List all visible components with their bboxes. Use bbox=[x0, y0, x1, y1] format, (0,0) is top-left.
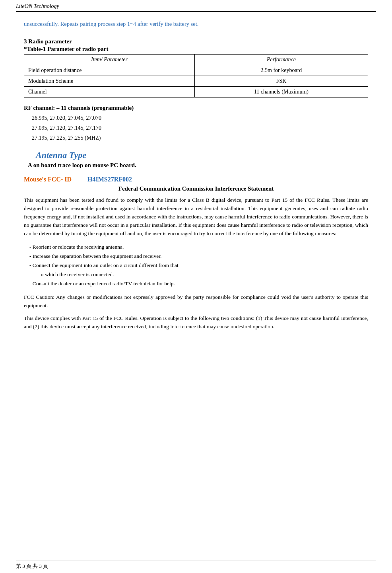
antenna-title: Antenna Type bbox=[24, 150, 368, 160]
fcc-list-item-0: - Reorient or relocate the receiving ant… bbox=[29, 243, 368, 252]
table-header-item: Item/ Parameter bbox=[24, 54, 195, 65]
table-row: Channel 11 channels (Maximum) bbox=[24, 86, 368, 97]
rf-section: RF channel: – 11 channels (programmable)… bbox=[24, 105, 368, 143]
table-cell-perf-0: 2.5m for keyboard bbox=[194, 65, 368, 76]
mouse-fcc-row: Mouse's FCC- ID H4IMS27RF002 bbox=[24, 176, 368, 183]
table-row: Modulation Scheme FSK bbox=[24, 76, 368, 86]
rf-freq-line-0: 26.995, 27.020, 27.045, 27.070 bbox=[32, 113, 368, 123]
fcc-list-item-4: - Consult the dealer or an experienced r… bbox=[29, 279, 368, 288]
table-cell-item-1: Modulation Scheme bbox=[24, 76, 195, 86]
rf-freq-line-1: 27.095, 27.120, 27.145, 27.170 bbox=[32, 123, 368, 133]
table-title: *Table-1 Parameter of radio part bbox=[24, 46, 368, 53]
main-content: unsuccessfully. Repeats pairing process … bbox=[0, 12, 392, 344]
antenna-description: A on board trace loop on mouse PC board. bbox=[24, 162, 368, 169]
fcc-body-1: This equipment has been tested and found… bbox=[24, 196, 368, 238]
footer-text: 第 3 頁 共 3 頁 bbox=[0, 561, 392, 573]
mouse-fcc-label: Mouse's FCC- ID bbox=[24, 176, 72, 183]
fcc-list-item-3: to which the receiver is connected. bbox=[39, 270, 368, 279]
fcc-list-item-2: - Connect the equipment into an outlet o… bbox=[29, 261, 368, 270]
table-cell-perf-1: FSK bbox=[194, 76, 368, 86]
fcc-body-2: FCC Caution: Any changes or modification… bbox=[24, 293, 368, 310]
rf-frequencies: 26.995, 27.020, 27.045, 27.070 27.095, 2… bbox=[24, 113, 368, 143]
table-cell-item-2: Channel bbox=[24, 86, 195, 97]
fcc-list: - Reorient or relocate the receiving ant… bbox=[24, 243, 368, 288]
company-name: LiteON Technology bbox=[16, 3, 59, 9]
antenna-section: Antenna Type A on board trace loop on mo… bbox=[24, 150, 368, 169]
table-row: Field operation distance 2.5m for keyboa… bbox=[24, 65, 368, 76]
footer-area: 第 3 頁 共 3 頁 bbox=[0, 561, 392, 573]
intro-text: unsuccessfully. Repeats pairing process … bbox=[24, 20, 368, 29]
fcc-body-3: This device complies with Part 15 of the… bbox=[24, 314, 368, 331]
table-cell-perf-2: 11 channels (Maximum) bbox=[194, 86, 368, 97]
header: LiteON Technology bbox=[0, 0, 392, 11]
fcc-statement-title: Federal Communication Commission Interfe… bbox=[24, 185, 368, 192]
rf-freq-line-2: 27.195, 27.225, 27.255 (MHZ) bbox=[32, 133, 368, 143]
section3-title: 3 Radio parameter bbox=[24, 38, 368, 45]
mouse-fcc-id: H4IMS27RF002 bbox=[87, 176, 132, 183]
table-header-performance: Performance bbox=[194, 54, 368, 65]
radio-parameter-table: Item/ Parameter Performance Field operat… bbox=[24, 54, 368, 97]
table-cell-item-0: Field operation distance bbox=[24, 65, 195, 76]
fcc-list-item-1: - Increase the separation between the eq… bbox=[29, 252, 368, 261]
rf-title: RF channel: – 11 channels (programmable) bbox=[24, 105, 368, 111]
